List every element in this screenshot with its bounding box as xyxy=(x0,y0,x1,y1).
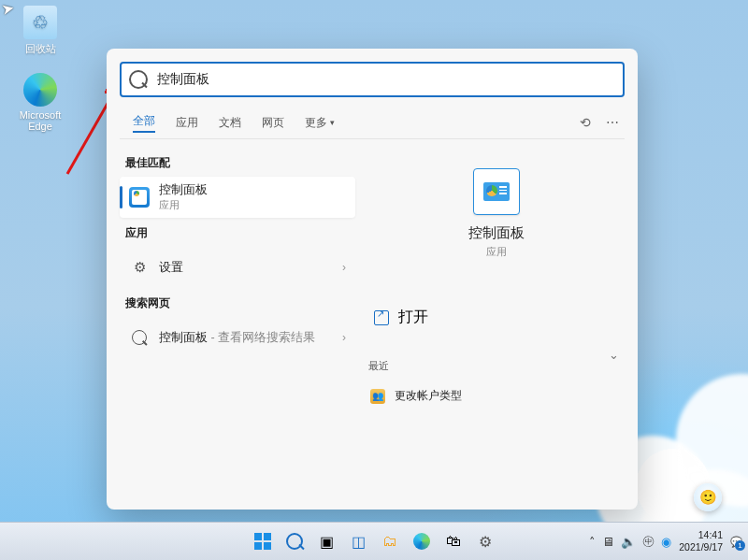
edge-icon xyxy=(413,533,430,550)
folder-icon: 🗂 xyxy=(382,533,397,550)
edge-icon xyxy=(23,73,57,107)
preview-open-action[interactable]: 打开 xyxy=(368,302,625,333)
store-icon: 🛍 xyxy=(446,533,461,550)
notification-center-button[interactable]: 💬 xyxy=(730,536,742,548)
desktop-icon-label: 回收站 xyxy=(7,42,73,56)
result-title: 控制面板 - 查看网络搜索结果 xyxy=(159,330,342,346)
result-title: 设置 xyxy=(159,260,342,276)
chevron-down-icon: ▾ xyxy=(330,118,335,127)
tab-more-label: 更多 xyxy=(305,115,327,131)
tab-more[interactable]: 更多 ▾ xyxy=(305,115,335,131)
taskbar-clock[interactable]: 14:41 2021/9/17 xyxy=(679,529,723,553)
clock-time: 14:41 xyxy=(679,529,723,541)
open-icon xyxy=(374,310,389,325)
ime-icon[interactable]: ㊥ xyxy=(642,533,654,550)
widgets-icon: ◫ xyxy=(352,533,366,551)
preview-title: 控制面板 xyxy=(368,224,625,242)
chevron-right-icon: › xyxy=(342,261,346,274)
volume-icon[interactable]: 🔈 xyxy=(621,535,636,549)
tray-chevron-icon[interactable]: ˄ xyxy=(589,535,596,549)
taskbar-search-button[interactable] xyxy=(281,528,308,554)
assistant-avatar[interactable]: 🙂 xyxy=(694,483,722,511)
preview-recent-item[interactable]: 👥 更改帐户类型 xyxy=(368,384,625,408)
section-apps: 应用 xyxy=(125,225,355,241)
start-button[interactable] xyxy=(250,528,276,554)
tab-docs[interactable]: 文档 xyxy=(219,115,241,131)
recent-item-label: 更改帐户类型 xyxy=(395,388,462,404)
taskbar-center: ▣ ◫ 🗂 🛍 ⚙ xyxy=(250,528,498,554)
search-icon xyxy=(129,327,150,348)
taskbar-right: ˄ 🖥 🔈 ㊥ ◉ 14:41 2021/9/17 💬 xyxy=(589,529,742,553)
tab-web[interactable]: 网页 xyxy=(262,115,284,131)
result-title: 控制面板 xyxy=(159,182,346,198)
clock-date: 2021/9/17 xyxy=(679,541,723,553)
search-results-left: 最佳匹配 控制面板 应用 应用 ⚙ 设置 › 搜索网页 控制面板 - 查看网络搜… xyxy=(120,148,355,358)
desktop-icon-edge[interactable]: Microsoft Edge xyxy=(7,73,73,132)
section-search-web: 搜索网页 xyxy=(125,295,355,311)
taskbar-app-store[interactable]: 🛍 xyxy=(440,528,467,554)
control-panel-large-icon xyxy=(473,168,520,215)
chevron-right-icon: › xyxy=(342,331,346,344)
search-panel: 全部 应用 文档 网页 更多 ▾ ⟲ ⋯ 最佳匹配 控制面板 应用 应用 ⚙ 设… xyxy=(107,49,638,510)
mouse-cursor-icon: ➤ xyxy=(0,0,16,19)
recycle-bin-icon: ♲ xyxy=(23,6,57,39)
system-tray[interactable]: ˄ 🖥 🔈 ㊥ ◉ xyxy=(589,533,671,550)
more-options-icon[interactable]: ⋯ xyxy=(606,115,619,130)
gear-icon: ⚙ xyxy=(129,257,150,278)
notification-icon: 💬 xyxy=(730,536,742,547)
widgets-button[interactable]: ◫ xyxy=(345,528,371,554)
taskbar-app-explorer[interactable]: 🗂 xyxy=(377,528,403,554)
gear-icon: ⚙ xyxy=(479,533,492,551)
search-tabs: 全部 应用 文档 网页 更多 ▾ ⟲ ⋯ xyxy=(133,108,619,136)
network-icon[interactable]: 🖥 xyxy=(602,535,614,549)
task-view-button[interactable]: ▣ xyxy=(313,528,339,554)
tab-apps[interactable]: 应用 xyxy=(176,115,198,131)
search-preview-pane: 控制面板 应用 打开 ⌄ 最近 👥 更改帐户类型 xyxy=(368,148,625,408)
search-box[interactable] xyxy=(120,62,625,97)
search-icon xyxy=(286,533,303,550)
preview-expand-chevron[interactable]: ⌄ xyxy=(609,348,619,362)
search-icon xyxy=(129,70,148,89)
taskbar-app-edge[interactable] xyxy=(409,528,435,554)
taskbar-app-settings[interactable]: ⚙ xyxy=(472,528,498,554)
result-app-settings[interactable]: ⚙ 设置 › xyxy=(120,247,355,288)
desktop-icon-recycle-bin[interactable]: ♲ 回收站 xyxy=(7,6,73,56)
result-subtitle: 应用 xyxy=(159,199,346,212)
security-icon[interactable]: ◉ xyxy=(661,535,671,549)
divider xyxy=(120,138,625,139)
search-input[interactable] xyxy=(155,71,615,88)
feedback-icon[interactable]: ⟲ xyxy=(580,115,591,130)
control-panel-icon xyxy=(129,187,150,208)
preview-recent-label: 最近 xyxy=(368,359,625,373)
result-best-match-control-panel[interactable]: 控制面板 应用 xyxy=(120,177,355,218)
section-best-match: 最佳匹配 xyxy=(125,155,355,171)
desktop-icon-label: Microsoft Edge xyxy=(7,109,73,132)
taskbar: ▣ ◫ 🗂 🛍 ⚙ ˄ 🖥 🔈 ㊥ ◉ 14:41 2021/9/17 💬 xyxy=(0,522,748,560)
result-web-search[interactable]: 控制面板 - 查看网络搜索结果 › xyxy=(120,317,355,358)
preview-open-label: 打开 xyxy=(398,308,428,327)
preview-subtitle: 应用 xyxy=(368,245,625,259)
tab-all[interactable]: 全部 xyxy=(133,113,155,133)
user-accounts-icon: 👥 xyxy=(370,389,385,404)
task-view-icon: ▣ xyxy=(320,533,334,551)
